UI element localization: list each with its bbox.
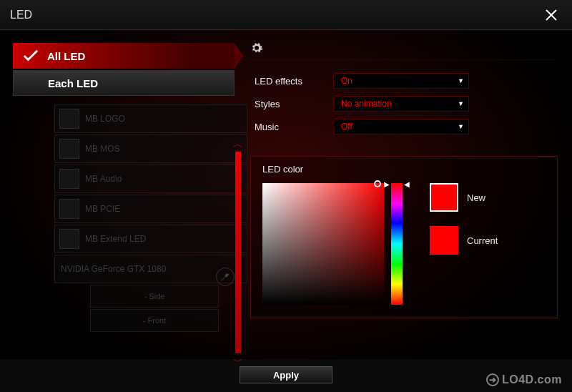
current-color-row: Current <box>430 226 498 255</box>
tab-each-led[interactable]: Each LED <box>13 70 235 96</box>
apply-button[interactable]: Apply <box>240 366 332 383</box>
new-color-row: New <box>430 183 498 212</box>
device-label: MB PCIE <box>85 204 120 214</box>
scroll-up-arrow[interactable]: ︿ <box>233 139 243 149</box>
led-effects-dropdown[interactable]: On▼ <box>333 73 469 89</box>
color-picker-row: ▶ ◀ New Current <box>262 183 546 305</box>
device-sub-label: - Side <box>144 292 165 300</box>
config-button[interactable] <box>216 268 235 286</box>
gear-icon <box>250 41 263 58</box>
close-icon <box>545 9 558 21</box>
device-item-mb-mos[interactable]: MB MOS <box>54 134 247 163</box>
device-label: MB MOS <box>85 144 120 154</box>
settings-grid: LED effects On▼ Styles No animation▼ Mus… <box>255 73 558 134</box>
scroll-down-arrow[interactable]: ﹀ <box>233 356 243 366</box>
check-icon <box>23 49 39 63</box>
device-sub-front[interactable]: - Front <box>90 309 219 332</box>
led-color-title: LED color <box>262 164 546 175</box>
close-button[interactable] <box>541 4 562 26</box>
mb-icon <box>59 109 79 129</box>
hue-left-marker: ▶ <box>384 180 390 188</box>
color-swatches: New Current <box>430 183 498 269</box>
device-list: MB LOGO MB MOS MB Audio MB PCIE MB Exten… <box>54 104 247 332</box>
hue-slider-wrap: ▶ ◀ <box>391 183 403 305</box>
music-label: Music <box>255 122 333 132</box>
mb-icon <box>59 169 79 189</box>
music-dropdown[interactable]: Off▼ <box>333 119 469 134</box>
device-label: NVIDIA GeForce GTX 1080 <box>61 264 166 274</box>
settings-header <box>250 40 558 60</box>
device-item-mb-extend[interactable]: MB Extend LED <box>54 225 247 253</box>
styles-label: Styles <box>255 99 333 109</box>
content-area: All LED Each LED MB LOGO MB MOS MB Audio… <box>0 30 572 359</box>
chevron-down-icon: ▼ <box>458 77 464 84</box>
mb-icon <box>59 199 79 219</box>
device-sub-label: - Front <box>143 316 166 325</box>
dropdown-value: Off <box>341 122 352 132</box>
left-panel: All LED Each LED MB LOGO MB MOS MB Audio… <box>0 30 243 359</box>
tab-all-led[interactable]: All LED <box>13 43 235 69</box>
device-item-mb-logo[interactable]: MB LOGO <box>54 104 247 133</box>
device-label: MB Audio <box>85 174 122 184</box>
device-label: MB Extend LED <box>85 234 146 244</box>
saturation-value-picker[interactable] <box>262 183 384 305</box>
tab-label: All LED <box>47 50 85 62</box>
mb-icon <box>59 139 79 159</box>
new-color-label: New <box>467 192 485 203</box>
hue-slider[interactable] <box>391 183 403 305</box>
mb-icon <box>59 229 79 249</box>
current-color-label: Current <box>467 235 498 246</box>
scroll-thumb[interactable] <box>235 152 241 353</box>
watermark: ➜ LO4D.com <box>486 373 562 386</box>
scrollbar[interactable]: ︿ ﹀ <box>233 139 243 366</box>
sv-cursor[interactable] <box>374 180 381 187</box>
right-panel: LED effects On▼ Styles No animation▼ Mus… <box>243 30 572 359</box>
device-item-mb-audio[interactable]: MB Audio <box>54 165 247 193</box>
hue-right-marker: ◀ <box>404 180 410 188</box>
tab-group: All LED Each LED <box>13 43 235 96</box>
chevron-down-icon: ▼ <box>458 123 464 130</box>
device-sub-side[interactable]: - Side <box>90 285 219 308</box>
dropdown-value: No animation <box>341 99 392 109</box>
led-effects-label: LED effects <box>255 76 333 87</box>
wrench-icon <box>220 272 230 282</box>
watermark-icon: ➜ <box>486 373 499 386</box>
chevron-down-icon: ▼ <box>458 100 464 107</box>
device-label: MB LOGO <box>85 114 125 124</box>
current-color-swatch <box>430 226 458 255</box>
styles-dropdown[interactable]: No animation▼ <box>333 96 469 112</box>
device-item-mb-pcie[interactable]: MB PCIE <box>54 195 247 223</box>
watermark-text: LO4D.com <box>502 373 562 386</box>
tab-label: Each LED <box>48 77 98 89</box>
window-title: LED <box>10 9 32 21</box>
led-color-panel: LED color ▶ ◀ New Curre <box>250 156 558 318</box>
dropdown-value: On <box>341 76 352 86</box>
new-color-swatch <box>430 183 458 212</box>
titlebar: LED <box>0 0 572 30</box>
